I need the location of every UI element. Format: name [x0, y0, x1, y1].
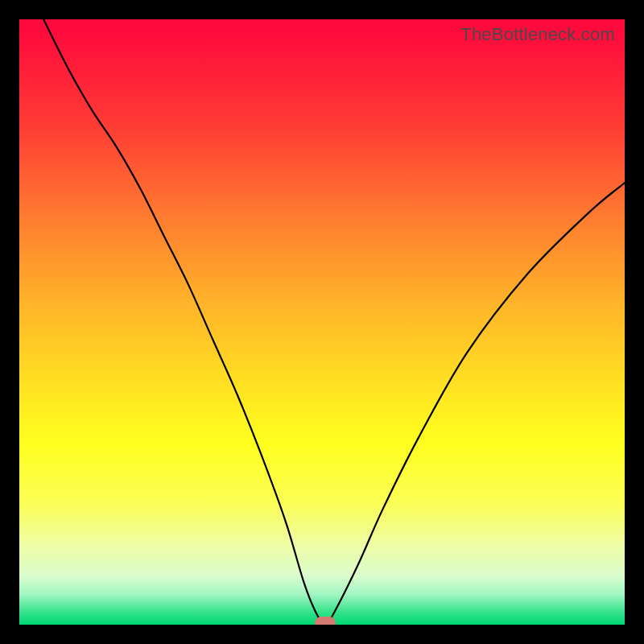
bottleneck-curve [43, 19, 625, 625]
chart-frame: TheBottleneck.com [0, 0, 644, 644]
minimum-marker [315, 617, 336, 625]
plot-area: TheBottleneck.com [19, 19, 625, 625]
curve-layer [19, 19, 625, 625]
